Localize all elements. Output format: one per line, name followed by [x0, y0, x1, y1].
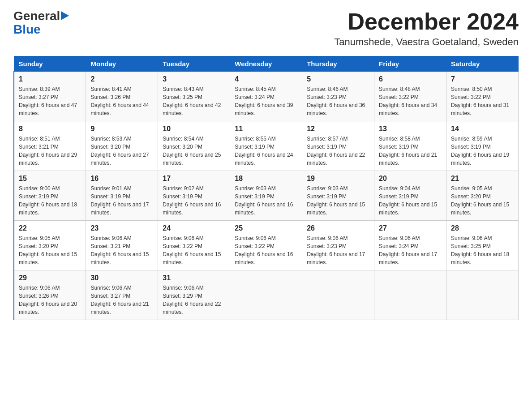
calendar-day-cell: 1 Sunrise: 8:39 AMSunset: 3:27 PMDayligh…: [14, 72, 86, 121]
day-number: 27: [379, 224, 442, 232]
day-number: 19: [307, 175, 369, 183]
day-info: Sunrise: 8:45 AMSunset: 3:24 PMDaylight:…: [235, 85, 297, 117]
day-info: Sunrise: 8:39 AMSunset: 3:27 PMDaylight:…: [19, 85, 81, 117]
day-number: 16: [90, 175, 153, 183]
day-info: Sunrise: 9:00 AMSunset: 3:19 PMDaylight:…: [19, 184, 81, 217]
day-info: Sunrise: 9:06 AMSunset: 3:22 PMDaylight:…: [163, 234, 225, 266]
day-number: 20: [379, 175, 442, 183]
calendar-day-cell: 26 Sunrise: 9:06 AMSunset: 3:23 PMDaylig…: [302, 221, 374, 270]
day-number: 4: [235, 75, 297, 83]
calendar-day-cell: 20 Sunrise: 9:04 AMSunset: 3:19 PMDaylig…: [374, 171, 446, 221]
day-info: Sunrise: 9:06 AMSunset: 3:21 PMDaylight:…: [90, 234, 153, 266]
calendar-day-cell: 11 Sunrise: 8:55 AMSunset: 3:19 PMDaylig…: [230, 121, 302, 171]
page-header: General Blue December 2024 Tanumshede, V…: [13, 9, 519, 48]
calendar-day-cell: 17 Sunrise: 9:02 AMSunset: 3:19 PMDaylig…: [158, 171, 230, 221]
day-info: Sunrise: 8:51 AMSunset: 3:21 PMDaylight:…: [19, 135, 81, 167]
calendar-table: SundayMondayTuesdayWednesdayThursdayFrid…: [13, 56, 519, 320]
day-info: Sunrise: 9:06 AMSunset: 3:29 PMDaylight:…: [163, 284, 225, 316]
calendar-day-cell: [374, 270, 446, 320]
column-header-wednesday: Wednesday: [230, 56, 302, 72]
calendar-day-cell: 19 Sunrise: 9:03 AMSunset: 3:19 PMDaylig…: [302, 171, 374, 221]
title-block: December 2024 Tanumshede, Vaestra Goetal…: [334, 9, 519, 48]
day-number: 18: [235, 175, 297, 183]
day-info: Sunrise: 9:03 AMSunset: 3:19 PMDaylight:…: [235, 184, 297, 217]
day-info: Sunrise: 9:06 AMSunset: 3:25 PMDaylight:…: [451, 234, 514, 266]
day-info: Sunrise: 9:05 AMSunset: 3:20 PMDaylight:…: [451, 184, 514, 217]
day-info: Sunrise: 8:55 AMSunset: 3:19 PMDaylight:…: [235, 135, 297, 167]
day-number: 22: [19, 224, 81, 232]
calendar-day-cell: 22 Sunrise: 9:05 AMSunset: 3:20 PMDaylig…: [14, 221, 86, 270]
day-info: Sunrise: 9:06 AMSunset: 3:27 PMDaylight:…: [90, 284, 153, 316]
day-number: 5: [307, 75, 369, 83]
column-header-sunday: Sunday: [14, 56, 86, 72]
calendar-day-cell: [302, 270, 374, 320]
day-info: Sunrise: 9:06 AMSunset: 3:22 PMDaylight:…: [235, 234, 297, 266]
logo-blue-text: Blue: [13, 22, 41, 37]
day-number: 10: [163, 125, 225, 133]
calendar-week-row: 8 Sunrise: 8:51 AMSunset: 3:21 PMDayligh…: [14, 121, 519, 171]
calendar-day-cell: 3 Sunrise: 8:43 AMSunset: 3:25 PMDayligh…: [158, 72, 230, 121]
day-number: 30: [90, 274, 153, 282]
day-number: 25: [235, 224, 297, 232]
day-number: 23: [90, 224, 153, 232]
calendar-day-cell: 2 Sunrise: 8:41 AMSunset: 3:26 PMDayligh…: [86, 72, 158, 121]
day-info: Sunrise: 8:48 AMSunset: 3:22 PMDaylight:…: [379, 85, 442, 117]
column-header-friday: Friday: [374, 56, 446, 72]
calendar-week-row: 1 Sunrise: 8:39 AMSunset: 3:27 PMDayligh…: [14, 72, 519, 121]
calendar-week-row: 15 Sunrise: 9:00 AMSunset: 3:19 PMDaylig…: [14, 171, 519, 221]
day-number: 3: [163, 75, 225, 83]
day-info: Sunrise: 8:54 AMSunset: 3:20 PMDaylight:…: [163, 135, 225, 167]
calendar-day-cell: 4 Sunrise: 8:45 AMSunset: 3:24 PMDayligh…: [230, 72, 302, 121]
calendar-day-cell: [230, 270, 302, 320]
calendar-week-row: 29 Sunrise: 9:06 AMSunset: 3:26 PMDaylig…: [14, 270, 519, 320]
day-info: Sunrise: 8:50 AMSunset: 3:22 PMDaylight:…: [451, 85, 514, 117]
calendar-day-cell: 8 Sunrise: 8:51 AMSunset: 3:21 PMDayligh…: [14, 121, 86, 171]
calendar-day-cell: 12 Sunrise: 8:57 AMSunset: 3:19 PMDaylig…: [302, 121, 374, 171]
day-info: Sunrise: 8:53 AMSunset: 3:20 PMDaylight:…: [90, 135, 153, 167]
day-info: Sunrise: 8:57 AMSunset: 3:19 PMDaylight:…: [307, 135, 369, 167]
day-info: Sunrise: 8:43 AMSunset: 3:25 PMDaylight:…: [163, 85, 225, 117]
day-info: Sunrise: 9:06 AMSunset: 3:23 PMDaylight:…: [307, 234, 369, 266]
calendar-day-cell: 29 Sunrise: 9:06 AMSunset: 3:26 PMDaylig…: [14, 270, 86, 320]
column-header-thursday: Thursday: [302, 56, 374, 72]
day-number: 26: [307, 224, 369, 232]
day-number: 21: [451, 175, 514, 183]
calendar-day-cell: 27 Sunrise: 9:06 AMSunset: 3:24 PMDaylig…: [374, 221, 446, 270]
column-header-tuesday: Tuesday: [158, 56, 230, 72]
day-number: 29: [19, 274, 81, 282]
calendar-day-cell: 15 Sunrise: 9:00 AMSunset: 3:19 PMDaylig…: [14, 171, 86, 221]
calendar-day-cell: 5 Sunrise: 8:46 AMSunset: 3:23 PMDayligh…: [302, 72, 374, 121]
day-number: 24: [163, 224, 225, 232]
svg-marker-0: [61, 11, 69, 20]
day-info: Sunrise: 8:46 AMSunset: 3:23 PMDaylight:…: [307, 85, 369, 117]
day-number: 15: [19, 175, 81, 183]
column-header-saturday: Saturday: [446, 56, 519, 72]
day-number: 6: [379, 75, 442, 83]
calendar-day-cell: 31 Sunrise: 9:06 AMSunset: 3:29 PMDaylig…: [158, 270, 230, 320]
day-number: 2: [90, 75, 153, 83]
calendar-day-cell: 21 Sunrise: 9:05 AMSunset: 3:20 PMDaylig…: [446, 171, 519, 221]
day-number: 8: [19, 125, 81, 133]
column-header-monday: Monday: [86, 56, 158, 72]
day-number: 17: [163, 175, 225, 183]
calendar-day-cell: 14 Sunrise: 8:59 AMSunset: 3:19 PMDaylig…: [446, 121, 519, 171]
month-year-title: December 2024: [334, 9, 519, 34]
day-info: Sunrise: 9:02 AMSunset: 3:19 PMDaylight:…: [163, 184, 225, 217]
calendar-day-cell: 10 Sunrise: 8:54 AMSunset: 3:20 PMDaylig…: [158, 121, 230, 171]
location-subtitle: Tanumshede, Vaestra Goetaland, Sweden: [334, 36, 519, 48]
calendar-day-cell: 7 Sunrise: 8:50 AMSunset: 3:22 PMDayligh…: [446, 72, 519, 121]
calendar-day-cell: 18 Sunrise: 9:03 AMSunset: 3:19 PMDaylig…: [230, 171, 302, 221]
calendar-day-cell: 28 Sunrise: 9:06 AMSunset: 3:25 PMDaylig…: [446, 221, 519, 270]
calendar-header-row: SundayMondayTuesdayWednesdayThursdayFrid…: [14, 56, 519, 72]
day-info: Sunrise: 9:01 AMSunset: 3:19 PMDaylight:…: [90, 184, 153, 217]
day-info: Sunrise: 8:59 AMSunset: 3:19 PMDaylight:…: [451, 135, 514, 167]
day-number: 7: [451, 75, 514, 83]
day-info: Sunrise: 9:06 AMSunset: 3:26 PMDaylight:…: [19, 284, 81, 316]
day-info: Sunrise: 9:05 AMSunset: 3:20 PMDaylight:…: [19, 234, 81, 266]
logo-general-text: General: [13, 9, 60, 23]
day-info: Sunrise: 8:41 AMSunset: 3:26 PMDaylight:…: [90, 85, 153, 117]
day-number: 1: [19, 75, 81, 83]
logo-arrow-icon: [61, 11, 69, 20]
calendar-day-cell: 16 Sunrise: 9:01 AMSunset: 3:19 PMDaylig…: [86, 171, 158, 221]
calendar-day-cell: 23 Sunrise: 9:06 AMSunset: 3:21 PMDaylig…: [86, 221, 158, 270]
